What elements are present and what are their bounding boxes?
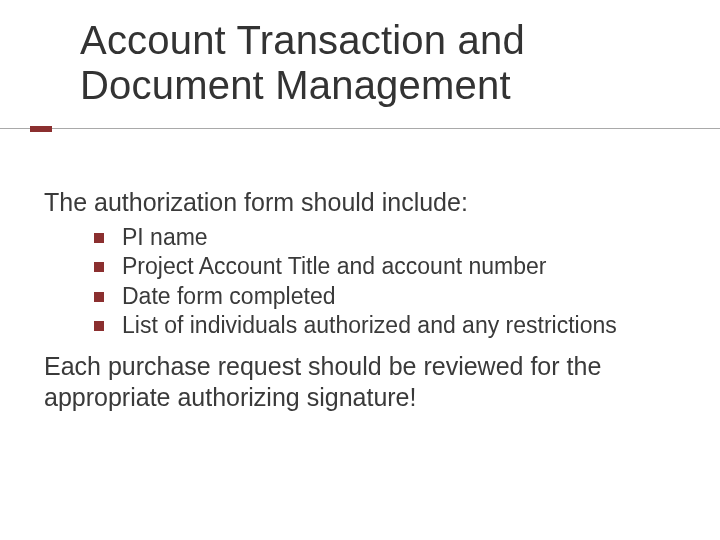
list-item: List of individuals authorized and any r… — [94, 311, 690, 340]
list-item-label: PI name — [122, 224, 208, 250]
square-bullet-icon — [94, 292, 104, 302]
list-item-label: List of individuals authorized and any r… — [122, 312, 617, 338]
rule-line — [0, 128, 720, 129]
list-item: Date form completed — [94, 282, 690, 311]
title-rule — [0, 128, 720, 129]
outro-text: Each purchase request should be reviewed… — [44, 351, 690, 414]
square-bullet-icon — [94, 262, 104, 272]
square-bullet-icon — [94, 321, 104, 331]
title-wrap: Account Transaction and Document Managem… — [0, 0, 720, 108]
list-item: PI name — [94, 223, 690, 252]
list-item: Project Account Title and account number — [94, 252, 690, 281]
intro-text: The authorization form should include: — [44, 188, 690, 217]
slide-title: Account Transaction and Document Managem… — [80, 18, 720, 108]
rule-accent-icon — [30, 126, 52, 132]
square-bullet-icon — [94, 233, 104, 243]
slide-body: The authorization form should include: P… — [44, 188, 690, 413]
slide: Account Transaction and Document Managem… — [0, 0, 720, 540]
list-item-label: Project Account Title and account number — [122, 253, 546, 279]
bullet-list: PI name Project Account Title and accoun… — [44, 223, 690, 341]
list-item-label: Date form completed — [122, 283, 335, 309]
